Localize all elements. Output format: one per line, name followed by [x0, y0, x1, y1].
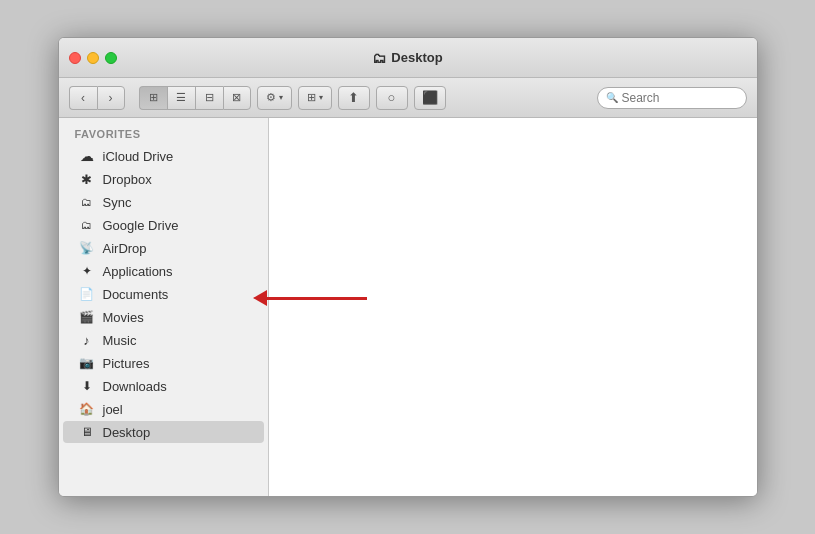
pictures-icon: 📷 [79, 355, 95, 371]
view-list-button[interactable]: ☰ [167, 86, 195, 110]
window-title: 🗂 Desktop [372, 50, 442, 66]
tag-button[interactable]: ○ [376, 86, 408, 110]
sidebar-item-movies[interactable]: 🎬 Movies [63, 306, 264, 328]
arrange-icon: ⊞ [307, 91, 316, 104]
search-input[interactable] [622, 91, 738, 105]
new-folder-icon: ⬛ [422, 90, 438, 105]
sidebar-item-applications[interactable]: ✦ Applications [63, 260, 264, 282]
toolbar: ‹ › ⊞ ☰ ⊟ ⊠ ⚙ ▾ ⊞ ▾ ⬆ ○ ⬛ 🔍 [59, 78, 757, 118]
maximize-button[interactable] [105, 52, 117, 64]
sidebar-item-sync[interactable]: 🗂 Sync [63, 191, 264, 213]
sidebar-item-movies-label: Movies [103, 310, 144, 325]
applications-icon: ✦ [79, 263, 95, 279]
sync-icon: 🗂 [79, 194, 95, 210]
sidebar-item-desktop-label: Desktop [103, 425, 151, 440]
sidebar-item-google-drive[interactable]: 🗂 Google Drive [63, 214, 264, 236]
sidebar-item-music-label: Music [103, 333, 137, 348]
share-icon: ⬆ [348, 90, 359, 105]
sidebar-item-airdrop-label: AirDrop [103, 241, 147, 256]
arrow-annotation [254, 290, 367, 306]
sidebar-item-dropbox[interactable]: ✱ Dropbox [63, 168, 264, 190]
airdrop-icon: 📡 [79, 240, 95, 256]
search-icon: 🔍 [606, 92, 618, 103]
sidebar-item-icloud-drive-label: iCloud Drive [103, 149, 174, 164]
back-button[interactable]: ‹ [69, 86, 97, 110]
sidebar-item-dropbox-label: Dropbox [103, 172, 152, 187]
new-folder-button[interactable]: ⬛ [414, 86, 446, 110]
movies-icon: 🎬 [79, 309, 95, 325]
minimize-button[interactable] [87, 52, 99, 64]
action-button[interactable]: ⚙ ▾ [257, 86, 292, 110]
arrow-head [253, 290, 267, 306]
view-coverflow-button[interactable]: ⊠ [223, 86, 251, 110]
icloud-drive-icon: ☁ [79, 148, 95, 164]
sidebar: Favorites ☁ iCloud Drive ✱ Dropbox 🗂 Syn… [59, 118, 269, 496]
title-text: Desktop [391, 50, 442, 65]
file-area[interactable] [269, 118, 757, 496]
sidebar-item-icloud-drive[interactable]: ☁ iCloud Drive [63, 145, 264, 167]
sidebar-item-sync-label: Sync [103, 195, 132, 210]
sidebar-item-joel[interactable]: 🏠 joel [63, 398, 264, 420]
traffic-lights [69, 52, 117, 64]
view-icon-button[interactable]: ⊞ [139, 86, 167, 110]
sidebar-section-favorites: Favorites [59, 128, 268, 144]
sidebar-item-google-drive-label: Google Drive [103, 218, 179, 233]
titlebar: 🗂 Desktop [59, 38, 757, 78]
sidebar-item-desktop[interactable]: 🖥 Desktop [63, 421, 264, 443]
close-button[interactable] [69, 52, 81, 64]
nav-buttons: ‹ › [69, 86, 125, 110]
dropbox-icon: ✱ [79, 171, 95, 187]
sidebar-item-music[interactable]: ♪ Music [63, 329, 264, 351]
view-buttons: ⊞ ☰ ⊟ ⊠ [139, 86, 251, 110]
search-bar[interactable]: 🔍 [597, 87, 747, 109]
content-area: Favorites ☁ iCloud Drive ✱ Dropbox 🗂 Syn… [59, 118, 757, 496]
view-columns-button[interactable]: ⊟ [195, 86, 223, 110]
tag-icon: ○ [388, 90, 396, 105]
music-icon: ♪ [79, 332, 95, 348]
downloads-icon: ⬇ [79, 378, 95, 394]
sidebar-item-applications-label: Applications [103, 264, 173, 279]
google-drive-icon: 🗂 [79, 217, 95, 233]
documents-icon: 📄 [79, 286, 95, 302]
arrange-arrow: ▾ [319, 93, 323, 102]
sidebar-item-downloads-label: Downloads [103, 379, 167, 394]
gear-icon: ⚙ [266, 91, 276, 104]
title-folder-icon: 🗂 [372, 50, 386, 66]
share-button[interactable]: ⬆ [338, 86, 370, 110]
sidebar-item-documents[interactable]: 📄 Documents [63, 283, 264, 305]
sidebar-item-joel-label: joel [103, 402, 123, 417]
sidebar-item-documents-label: Documents [103, 287, 169, 302]
sidebar-item-pictures-label: Pictures [103, 356, 150, 371]
sidebar-item-airdrop[interactable]: 📡 AirDrop [63, 237, 264, 259]
sidebar-item-pictures[interactable]: 📷 Pictures [63, 352, 264, 374]
joel-icon: 🏠 [79, 401, 95, 417]
action-arrow: ▾ [279, 93, 283, 102]
arrange-button[interactable]: ⊞ ▾ [298, 86, 332, 110]
arrow-line [267, 297, 367, 300]
sidebar-item-downloads[interactable]: ⬇ Downloads [63, 375, 264, 397]
desktop-icon: 🖥 [79, 424, 95, 440]
forward-button[interactable]: › [97, 86, 125, 110]
